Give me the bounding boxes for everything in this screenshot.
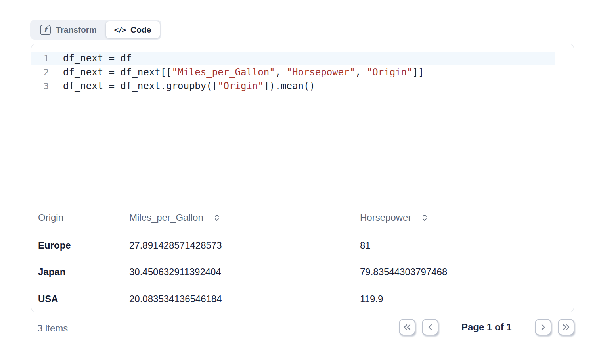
chevron-right-icon — [540, 324, 547, 331]
code-editor[interactable]: 1df_next = df2df_next = df_next[["Miles_… — [31, 44, 574, 203]
code-brackets-icon: </> — [114, 25, 125, 34]
sort-icon — [213, 213, 221, 222]
horsepower-cell: 119.9 — [360, 293, 574, 305]
view-mode-tabs: f Transform </> Code — [30, 20, 161, 40]
dataframe-transform-panel: f Transform </> Code 1df_next = df2df_ne… — [0, 0, 601, 364]
column-header-origin: Origin — [38, 212, 129, 223]
chevron-left-icon — [427, 324, 434, 331]
next-page-button[interactable] — [535, 319, 551, 335]
transform-card: 1df_next = df2df_next = df_next[["Miles_… — [31, 44, 574, 312]
table-row: Japan30.45063291139240479.83544303797468 — [31, 259, 574, 285]
items-count: 3 items — [37, 323, 68, 334]
code-line[interactable]: 2df_next = df_next[["Miles_per_Gallon", … — [31, 65, 555, 79]
sort-icon — [421, 213, 429, 222]
miles-per-gallon-cell: 20.083534136546184 — [129, 293, 360, 305]
table-header-row: OriginMiles_per_GallonHorsepower — [31, 203, 574, 232]
code-line-text: df_next = df_next.groupby(["Origin"]).me… — [57, 79, 315, 93]
table-body: Europe27.89142857142857381Japan30.450632… — [31, 232, 574, 312]
previous-page-button[interactable] — [422, 319, 438, 335]
tab-transform[interactable]: f Transform — [32, 21, 105, 38]
tab-transform-label: Transform — [56, 25, 97, 34]
origin-cell: Japan — [38, 266, 129, 278]
tab-code[interactable]: </> Code — [106, 21, 160, 38]
origin-cell: USA — [38, 293, 129, 305]
first-page-button[interactable] — [399, 319, 415, 335]
line-number: 1 — [31, 52, 57, 65]
function-icon: f — [40, 25, 51, 35]
page-indicator: Page 1 of 1 — [461, 322, 512, 333]
double-chevron-left-icon — [403, 324, 412, 331]
column-header-horsepower[interactable]: Horsepower — [360, 212, 574, 223]
last-page-button[interactable] — [558, 319, 574, 335]
line-number: 2 — [31, 65, 57, 79]
column-label: Miles_per_Gallon — [129, 212, 203, 223]
table-row: USA20.083534136546184119.9 — [31, 285, 574, 312]
code-line-text: df_next = df_next[["Miles_per_Gallon", "… — [57, 65, 424, 79]
horsepower-cell: 81 — [360, 240, 574, 251]
origin-cell: Europe — [38, 240, 129, 251]
miles-per-gallon-cell: 30.450632911392404 — [129, 266, 360, 278]
miles-per-gallon-cell: 27.891428571428573 — [129, 240, 360, 251]
double-chevron-right-icon — [562, 324, 570, 331]
result-table: OriginMiles_per_GallonHorsepower Europe2… — [31, 203, 574, 312]
column-label: Origin — [38, 212, 63, 223]
horsepower-cell: 79.83544303797468 — [360, 266, 574, 278]
code-line[interactable]: 3df_next = df_next.groupby(["Origin"]).m… — [31, 79, 555, 93]
code-line-text: df_next = df — [57, 52, 132, 65]
pagination: Page 1 of 1 — [399, 319, 574, 335]
column-label: Horsepower — [360, 212, 411, 223]
column-header-miles_per_gallon[interactable]: Miles_per_Gallon — [129, 212, 360, 223]
table-row: Europe27.89142857142857381 — [31, 232, 574, 259]
code-line[interactable]: 1df_next = df — [31, 52, 555, 65]
line-number: 3 — [31, 79, 57, 93]
tab-code-label: Code — [130, 25, 151, 34]
